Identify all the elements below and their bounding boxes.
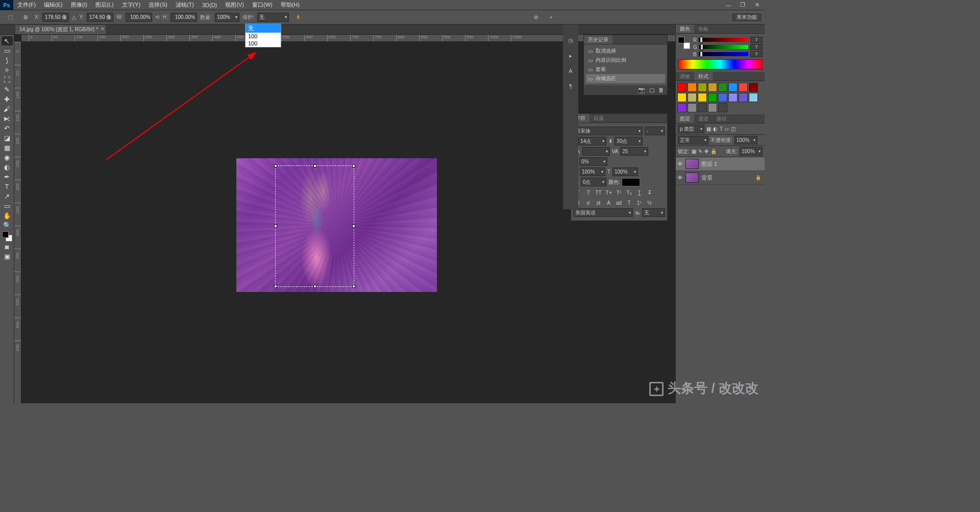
leading-select[interactable]: 30点 [615,137,643,145]
protect-skin-icon[interactable]: 🧍 [292,11,304,23]
style-swatch[interactable] [728,83,738,92]
baseline-select[interactable]: 0点 [581,178,606,186]
g-slider[interactable] [699,45,748,49]
y-input[interactable] [87,13,113,22]
history-item[interactable]: ▭内容识别比例 [586,56,665,65]
clone-stamp-tool[interactable]: ⧔ [2,114,13,123]
win-maximize-icon[interactable]: ❐ [736,1,749,9]
vert-scale-select[interactable]: 100% [580,167,605,176]
style-swatch[interactable] [749,93,758,102]
style-swatch[interactable] [698,83,707,92]
menu-select[interactable]: 选择(S) [144,1,172,9]
style-swatch[interactable] [698,93,707,102]
antialias-select[interactable]: 无 [642,208,665,217]
b-slider[interactable] [699,52,748,56]
layer-row[interactable]: 👁 图层 1 [676,157,765,171]
paragraph-tab[interactable]: 段落 [590,114,608,123]
font-style-select[interactable]: - [645,127,665,135]
type-tool[interactable]: T [2,182,13,191]
lasso-tool[interactable]: ⟆ [2,56,13,65]
b-value[interactable]: 7 [750,51,763,57]
commit-transform-icon[interactable]: ✓ [545,11,557,23]
swatches-tab[interactable]: 色板 [694,25,713,33]
language-select[interactable]: 美国英语 [573,208,633,217]
filter-adj-icon[interactable]: ◐ [713,126,718,132]
dodge-tool[interactable]: ◐ [2,162,13,172]
workspace-switcher[interactable]: 基本功能 [731,12,763,22]
style-swatch[interactable] [698,103,707,112]
dock-char-icon[interactable]: A [565,65,576,77]
dock-para-icon[interactable]: ¶ [565,81,576,92]
win-close-icon[interactable]: ✕ [750,1,764,9]
style-swatch[interactable] [677,83,687,92]
w-input[interactable] [126,13,152,22]
paths-tab[interactable]: 路径 [713,114,731,123]
underline-button[interactable]: T [634,188,644,197]
filter-type-icon[interactable]: T [720,126,723,132]
menu-image[interactable]: 图像(I) [67,1,91,9]
style-swatch[interactable] [728,93,738,102]
color-fgbg[interactable] [678,37,690,49]
menu-help[interactable]: 帮助(H) [277,1,304,9]
layers-tab[interactable]: 图层 [676,114,694,123]
color-tab[interactable]: 颜色 [676,25,694,33]
font-size-select[interactable]: 14点 [578,137,606,145]
magic-wand-tool[interactable]: ✧ [2,65,13,75]
opacity-select[interactable]: 100% [734,136,757,144]
style-swatch[interactable] [708,103,717,112]
menu-window[interactable]: 窗口(W) [248,1,277,9]
style-swatch[interactable] [718,103,727,112]
dropdown-option[interactable]: 100 [246,40,281,47]
dropdown-option[interactable]: 100 [246,33,281,40]
layer-visibility-icon[interactable]: 👁 [677,175,683,181]
history-brush-tool[interactable]: ↶ [2,124,13,133]
style-swatch[interactable] [688,83,697,92]
history-item[interactable]: ▭取消选择 [586,46,665,56]
eyedropper-tool[interactable]: ✎ [2,85,13,94]
marquee-tool[interactable]: ▭ [2,46,13,55]
h-input[interactable] [170,13,197,22]
gradient-tool[interactable]: ▦ [2,143,13,152]
opentype-1st[interactable]: 1ˢ [634,199,644,207]
cancel-transform-icon[interactable]: ⊘ [530,11,542,23]
kerning-select[interactable] [582,147,610,156]
filter-smart-icon[interactable]: ◫ [731,126,736,132]
document-tab[interactable]: 14.jpg @ 100% (图层 1, RGB/8#) * × [15,25,106,34]
lock-all-icon[interactable]: 🔒 [710,149,717,154]
lock-pixel-icon[interactable]: ✎ [698,149,702,154]
channels-tab[interactable]: 通道 [694,114,713,123]
height-scale-select[interactable]: 0% [579,157,607,166]
shape-tool[interactable]: ▭ [2,201,13,210]
layer-visibility-icon[interactable]: 👁 [677,161,683,167]
pen-tool[interactable]: ✒ [2,172,13,181]
dropdown-option[interactable]: 无 [246,24,281,33]
canvas-area[interactable]: 0501001502002503003504004505005506006507… [14,35,765,403]
color-spectrum[interactable] [678,59,763,69]
delete-state-icon[interactable]: 🗑 [658,87,664,93]
zoom-tool[interactable]: 🔍 [2,221,13,230]
history-item[interactable]: ▭套索 [586,65,665,74]
eraser-tool[interactable]: ◪ [2,133,13,142]
layer-filter-select[interactable]: p 类型 [678,125,704,133]
styles-tab[interactable]: 样式 [694,72,713,81]
tool-preset-icon[interactable]: ⬚ [4,11,16,23]
menu-layer[interactable]: 图层(L) [91,1,117,9]
style-swatch[interactable] [739,93,748,102]
link-xy-icon[interactable]: △ [72,14,76,20]
superscript-button[interactable]: T¹ [614,188,624,197]
filter-pixel-icon[interactable]: ▦ [706,126,711,132]
layer-thumbnail[interactable] [685,173,699,183]
opentype-half[interactable]: ½ [645,199,654,207]
brush-tool[interactable]: 🖌 [2,104,13,113]
smallcaps-button[interactable]: Tᴛ [604,188,614,197]
menu-file[interactable]: 文件(F) [13,1,40,9]
filter-shape-icon[interactable]: ▱ [725,126,729,132]
g-value[interactable]: 7 [750,44,763,50]
menu-type[interactable]: 文字(Y) [118,1,145,9]
style-swatch[interactable] [708,83,717,92]
menu-filter[interactable]: 滤镜(T) [172,1,198,9]
style-swatch[interactable] [688,93,697,102]
x-input[interactable] [42,13,69,22]
quick-mask-icon[interactable]: ◙ [2,242,13,251]
screen-mode-icon[interactable]: ▣ [2,252,13,261]
